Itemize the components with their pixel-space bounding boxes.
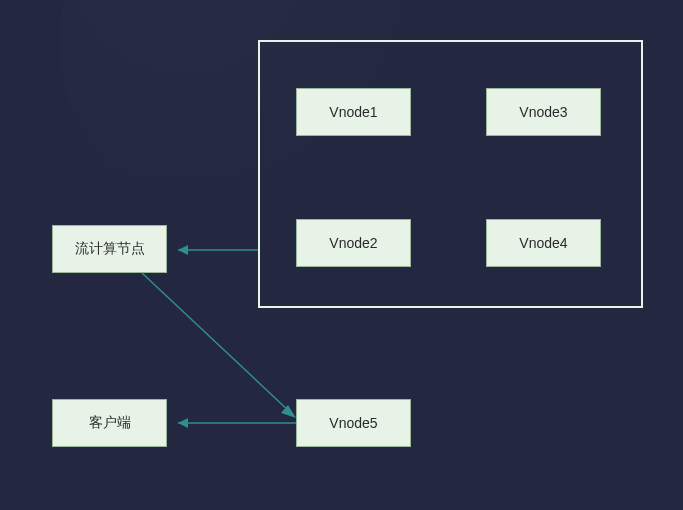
stream-compute-label: 流计算节点 [75, 240, 145, 258]
vnode5-label: Vnode5 [329, 415, 377, 431]
edge-vnode5-to-client-head [178, 418, 188, 428]
vnode5-node: Vnode5 [296, 399, 411, 447]
vnode4-node: Vnode4 [486, 219, 601, 267]
edge-group-to-stream-head [178, 245, 188, 255]
vnode2-label: Vnode2 [329, 235, 377, 251]
vnode2-node: Vnode2 [296, 219, 411, 267]
vnode-group [258, 40, 643, 308]
client-node: 客户端 [52, 399, 167, 447]
client-label: 客户端 [89, 414, 131, 432]
stream-compute-node: 流计算节点 [52, 225, 167, 273]
edge-stream-to-vnode5-head [281, 405, 296, 418]
vnode3-label: Vnode3 [519, 104, 567, 120]
vnode3-node: Vnode3 [486, 88, 601, 136]
vnode4-label: Vnode4 [519, 235, 567, 251]
vnode1-label: Vnode1 [329, 104, 377, 120]
vnode1-node: Vnode1 [296, 88, 411, 136]
